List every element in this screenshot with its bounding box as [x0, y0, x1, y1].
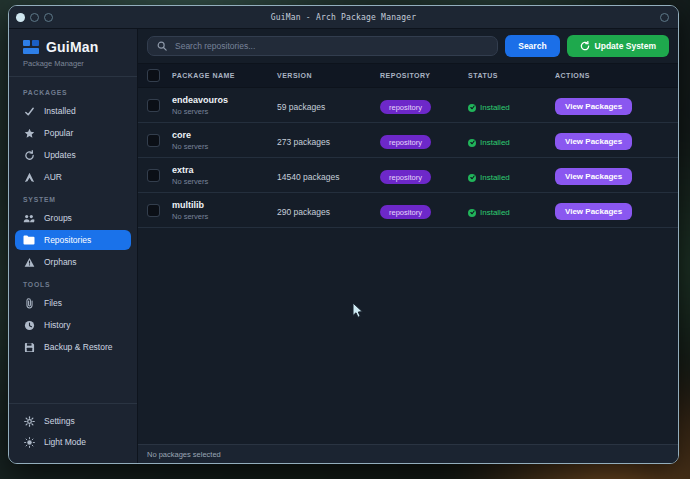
view-packages-button[interactable]: View Packages	[555, 133, 632, 150]
row-checkbox[interactable]	[148, 205, 159, 216]
sidebar: GuiMan Package Manager PACKAGES Installe…	[9, 29, 138, 463]
sidebar-item-orphans[interactable]: Orphans	[15, 252, 131, 272]
search-button[interactable]: Search	[505, 35, 559, 57]
view-packages-button[interactable]: View Packages	[555, 168, 632, 185]
column-header-version[interactable]: VERSION	[277, 72, 380, 79]
package-subtitle: No servers	[172, 177, 277, 186]
row-checkbox[interactable]	[148, 170, 159, 181]
toolbar: Search Update System	[138, 29, 678, 63]
paperclip-icon	[23, 297, 35, 309]
status-badge: Installed	[468, 138, 510, 147]
app-name: GuiMan	[46, 39, 99, 55]
view-packages-button[interactable]: View Packages	[555, 98, 632, 115]
repository-badge: repository	[380, 205, 431, 219]
installed-check-icon	[468, 104, 476, 112]
column-header-status[interactable]: STATUS	[468, 72, 555, 79]
star-icon	[23, 127, 35, 139]
sidebar-item-label: Installed	[44, 106, 76, 116]
sidebar-divider	[9, 76, 137, 77]
view-packages-button[interactable]: View Packages	[555, 203, 632, 220]
status-label: Installed	[480, 208, 510, 217]
sidebar-item-label: Repositories	[44, 235, 91, 245]
sidebar-item-settings[interactable]: Settings	[15, 411, 131, 431]
title-bar: GuiMan - Arch Package Manager	[9, 6, 678, 29]
sidebar-footer: Settings Light Mode	[9, 403, 137, 463]
search-input[interactable]	[173, 40, 488, 52]
row-checkbox[interactable]	[148, 100, 159, 111]
column-header-package-name[interactable]: PACKAGE NAME	[172, 72, 277, 79]
update-system-label: Update System	[595, 41, 656, 51]
column-header-actions[interactable]: ACTIONS	[555, 72, 678, 79]
package-name: multilib	[172, 200, 277, 210]
groups-icon	[23, 212, 35, 224]
package-subtitle: No servers	[172, 107, 277, 116]
sidebar-item-repositories[interactable]: Repositories	[15, 230, 131, 250]
app-logo-icon	[23, 40, 39, 54]
search-icon	[157, 41, 167, 51]
sidebar-item-label: Settings	[44, 416, 75, 426]
package-name: core	[172, 130, 277, 140]
sidebar-item-label: Files	[44, 298, 62, 308]
window-title: GuiMan - Arch Package Manager	[9, 13, 678, 22]
sidebar-item-label: Backup & Restore	[44, 342, 113, 352]
row-checkbox[interactable]	[148, 135, 159, 146]
sync-icon	[23, 149, 35, 161]
sync-icon	[580, 41, 590, 51]
update-system-button[interactable]: Update System	[567, 35, 669, 57]
sidebar-item-label: Orphans	[44, 257, 77, 267]
app-subtitle: Package Manager	[9, 57, 137, 76]
column-header-repository[interactable]: REPOSITORY	[380, 72, 468, 79]
sidebar-item-installed[interactable]: Installed	[15, 101, 131, 121]
gear-icon	[23, 415, 35, 427]
clock-icon	[23, 319, 35, 331]
package-version: 59 packages	[277, 102, 325, 112]
arch-icon	[23, 171, 35, 183]
section-label-system: SYSTEM	[9, 188, 137, 207]
package-version: 290 packages	[277, 207, 330, 217]
table-row[interactable]: core No servers 273 packages repository …	[138, 123, 678, 158]
window-menu-icon[interactable]	[660, 13, 669, 22]
package-version: 273 packages	[277, 137, 330, 147]
package-name: extra	[172, 165, 277, 175]
table-row[interactable]: endeavouros No servers 59 packages repos…	[138, 88, 678, 123]
sidebar-item-updates[interactable]: Updates	[15, 145, 131, 165]
installed-check-icon	[468, 209, 476, 217]
sidebar-item-backup-restore[interactable]: Backup & Restore	[15, 337, 131, 357]
app-window: GuiMan - Arch Package Manager GuiMan Pa	[8, 5, 679, 464]
sidebar-item-label: History	[44, 320, 70, 330]
folder-icon	[23, 234, 35, 246]
status-bar: No packages selected	[138, 444, 678, 463]
check-icon	[23, 105, 35, 117]
sidebar-item-groups[interactable]: Groups	[15, 208, 131, 228]
status-badge: Installed	[468, 173, 510, 182]
sidebar-item-light-mode[interactable]: Light Mode	[15, 432, 131, 452]
main-content: Search Update System PACKAGE NAME VERSIO…	[138, 29, 678, 463]
status-badge: Installed	[468, 103, 510, 112]
sidebar-item-history[interactable]: History	[15, 315, 131, 335]
app-brand: GuiMan	[9, 29, 137, 57]
package-subtitle: No servers	[172, 212, 277, 221]
save-icon	[23, 341, 35, 353]
table-row[interactable]: multilib No servers 290 packages reposit…	[138, 193, 678, 228]
search-box[interactable]	[147, 36, 498, 56]
sidebar-item-files[interactable]: Files	[15, 293, 131, 313]
table-header: PACKAGE NAME VERSION REPOSITORY STATUS A…	[138, 63, 678, 88]
sidebar-item-label: Light Mode	[44, 437, 86, 447]
status-label: Installed	[480, 103, 510, 112]
sidebar-item-aur[interactable]: AUR	[15, 167, 131, 187]
sidebar-item-label: Popular	[44, 128, 73, 138]
section-label-packages: PACKAGES	[9, 81, 137, 100]
repository-badge: repository	[380, 170, 431, 184]
status-label: Installed	[480, 138, 510, 147]
sidebar-item-label: Updates	[44, 150, 76, 160]
repository-badge: repository	[380, 135, 431, 149]
table-row[interactable]: extra No servers 14540 packages reposito…	[138, 158, 678, 193]
selection-status-text: No packages selected	[147, 450, 221, 459]
package-version: 14540 packages	[277, 172, 339, 182]
sun-icon	[23, 436, 35, 448]
package-name: endeavouros	[172, 95, 277, 105]
table-empty-area	[138, 228, 678, 444]
installed-check-icon	[468, 139, 476, 147]
sidebar-item-popular[interactable]: Popular	[15, 123, 131, 143]
select-all-checkbox[interactable]	[148, 70, 159, 81]
